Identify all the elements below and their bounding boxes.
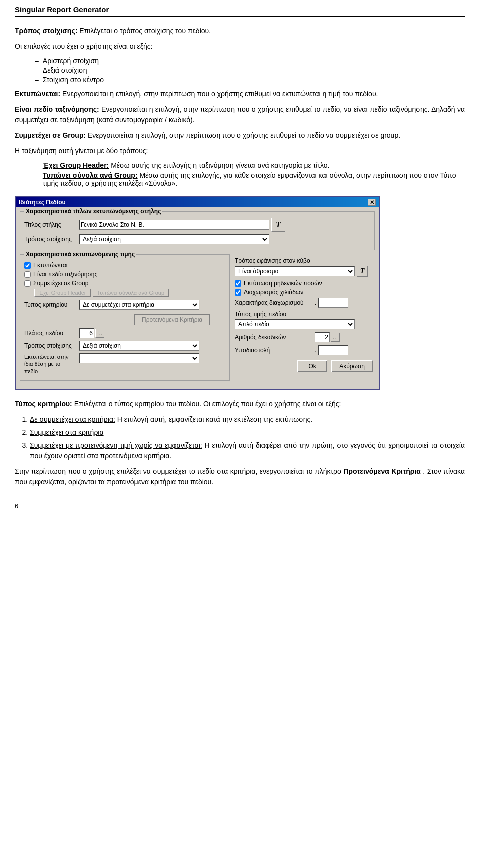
display-type-select[interactable]: Είναι άθροισμα bbox=[235, 266, 355, 276]
print-same-label: Εκτυπώνεται στηνίδια θέση με τοπεδίο bbox=[24, 353, 80, 375]
print-same-row: Εκτυπώνεται στηνίδια θέση με τοπεδίο bbox=[24, 353, 226, 375]
align2-row: Τρόπος στοίχισης Δεξιά στοίχιση bbox=[24, 341, 226, 351]
page-number: 6 bbox=[15, 502, 465, 510]
checkbox-ektyp: Εκτυπώνεται bbox=[24, 262, 226, 269]
alignment-label: Τρόπος στοίχισης bbox=[24, 236, 80, 243]
checkbox-group: Συμμετέχει σε Group bbox=[24, 280, 226, 287]
field-type-label: Τύπος τιμής πεδίου bbox=[235, 311, 286, 318]
dialog-titlebar: Ιδιότητες Πεδίου ✕ bbox=[16, 197, 379, 207]
decimals-dots-button[interactable]: … bbox=[331, 333, 340, 342]
display-type-label: Τρόπος εφάνισης στον κύβο bbox=[235, 257, 310, 264]
criterion-item-2: Συμμετέχει στα κριτήρια bbox=[30, 427, 465, 438]
field-properties-dialog: Ιδιότητες Πεδίου ✕ Χαρακτηριστικά τίτλων… bbox=[15, 196, 380, 390]
final-paragraph: Στην περίπτωση που ο χρήστης επιλέξει να… bbox=[15, 466, 465, 487]
values-characteristics-section: Χαρακτηριστικά εκτυπωνόμενης τιμής Εκτυπ… bbox=[20, 254, 230, 381]
taxinomisi-section: Είναι πεδίο ταξινόμησης: Ενεργοποιείται … bbox=[15, 104, 465, 125]
title-format-icon[interactable]: T bbox=[272, 218, 286, 232]
checkbox-zero-amounts: Εκτύπωση μηδενικών ποσών bbox=[235, 280, 375, 287]
field-type-select[interactable]: Απλό πεδίο bbox=[235, 319, 355, 329]
field-type-row: Τύπος τιμής πεδίου Απλό πεδίο bbox=[235, 311, 375, 329]
options-list: – Αριστερή στοίχιση – Δεξιά στοίχιση – Σ… bbox=[35, 57, 465, 84]
decimal-sep-label: Υποδιαστολή bbox=[235, 347, 315, 354]
ok-button[interactable]: Ok bbox=[298, 360, 328, 372]
taxinomisi-checkbox[interactable] bbox=[24, 271, 31, 278]
dialog-two-col: Χαρακτηριστικά εκτυπωνόμενης τιμής Εκτυπ… bbox=[20, 254, 375, 385]
checkbox-thousands: Διαχωρισμός χιλιάδων bbox=[235, 289, 375, 296]
promo-button[interactable]: Προτεινόμενα Κριτήρια bbox=[134, 314, 210, 325]
group-checkbox[interactable] bbox=[24, 280, 31, 287]
ektyp-checkbox-label: Εκτυπώνεται bbox=[34, 262, 68, 269]
alignment-section: Τρόπος στοίχισης: Επιλέγεται ο τρόπος στ… bbox=[15, 26, 465, 36]
criterion-item-3: Συμμετέχει με προτεινόμενη τιμή χωρίς να… bbox=[30, 440, 465, 461]
decimals-label: Αριθμός δεκαδικών bbox=[235, 334, 315, 341]
separator-dot: . bbox=[315, 299, 316, 306]
title-label: Τίτλος στήλης bbox=[24, 221, 80, 228]
group-totals-button[interactable]: Τυπώνει σύνολα ανά Group bbox=[93, 289, 170, 297]
header-characteristics-section: Χαρακτηριστικά τίτλων εκτυπωνόμενης στήλ… bbox=[20, 211, 375, 250]
dialog-title: Ιδιότητες Πεδίου bbox=[19, 199, 66, 206]
criterion-row: Τύπος κριτηρίου Δε συμμετέχει στα κριτήρ… bbox=[24, 300, 226, 310]
align2-label: Τρόπος στοίχισης bbox=[24, 342, 80, 349]
group-opt-1: – Έχει Group Header: Μέσω αυτής της επιλ… bbox=[35, 161, 465, 169]
group-section: Συμμετέχει σε Group: Ενεργοποιείται η επ… bbox=[15, 130, 465, 141]
options-intro: Οι επιλογές που έχει ο χρήστης είναι οι … bbox=[15, 41, 465, 52]
group-opts-list: – Έχει Group Header: Μέσω αυτής της επιλ… bbox=[35, 161, 465, 187]
title-row: Τίτλος στήλης T bbox=[24, 218, 370, 232]
separator-input[interactable] bbox=[318, 298, 348, 308]
criterion-bottom-section: Τύπος κριτηρίου: Επιλέγεται ο τύπος κριτ… bbox=[15, 399, 465, 409]
right-col-content: Τρόπος εφάνισης στον κύβο Είναι άθροισμα… bbox=[235, 254, 375, 375]
dialog-overlay: Ιδιότητες Πεδίου ✕ Χαρακτηριστικά τίτλων… bbox=[15, 196, 465, 390]
group-note: Η ταξινόμηση αυτή γίνεται με δύο τρόπους… bbox=[15, 146, 465, 156]
cancel-button[interactable]: Ακύρωση bbox=[332, 360, 373, 372]
app-title: Singular Report Generator bbox=[15, 5, 465, 17]
header-section-title: Χαρακτηριστικά τίτλων εκτυπωνόμενης στήλ… bbox=[24, 208, 162, 215]
ektyp-checkbox[interactable] bbox=[24, 262, 31, 269]
dialog-close-button[interactable]: ✕ bbox=[368, 199, 376, 206]
criterion-item-1: Δε συμμετέχει στα κριτήρια: Η επιλογή αυ… bbox=[30, 414, 465, 425]
criterion-items-list: Δε συμμετέχει στα κριτήρια: Η επιλογή αυ… bbox=[30, 414, 465, 461]
dialog-right-col: Τρόπος εφάνισης στον κύβο Είναι άθροισμα… bbox=[235, 254, 375, 385]
width-display: 6 bbox=[80, 328, 94, 338]
alignment-text: Επιλέγεται ο τρόπος στοίχισης του πεδίου… bbox=[80, 27, 211, 35]
group-buttons-row: Έχει Group Header Τυπώνει σύνολα ανά Gro… bbox=[34, 289, 226, 297]
checkbox-taxinomisi: Είναι πεδίο ταξινόμησης bbox=[24, 271, 226, 278]
display-type-row: Τρόπος εφάνισης στον κύβο Είναι άθροισμα… bbox=[235, 257, 375, 277]
option-2: – Δεξιά στοίχιση bbox=[35, 66, 465, 74]
group-opt-2: – Τυπώνει σύνολα ανά Group: Μέσω αυτής τ… bbox=[35, 171, 465, 187]
width-row: Πλάτος πεδίου 6 … bbox=[24, 328, 226, 338]
width-dots-button[interactable]: … bbox=[96, 329, 104, 338]
zero-amounts-label: Εκτύπωση μηδενικών ποσών bbox=[244, 280, 322, 287]
separator-label: Χαρακτήρας διαχωρισμού bbox=[235, 299, 315, 306]
thousands-checkbox[interactable] bbox=[235, 289, 242, 296]
dialog-bottom-buttons: Ok Ακύρωση bbox=[235, 360, 375, 372]
separator-row: Χαρακτήρας διαχωρισμού . bbox=[235, 298, 375, 308]
title-input[interactable] bbox=[80, 220, 270, 230]
ektyp-section: Εκτυπώνεται: Ενεργοποιείται η επιλογή, σ… bbox=[15, 89, 465, 99]
print-same-select[interactable] bbox=[80, 353, 200, 363]
decimal-sep-dot: . bbox=[315, 347, 316, 354]
zero-amounts-checkbox[interactable] bbox=[235, 280, 242, 287]
promo-btn-row: Προτεινόμενα Κριτήρια bbox=[80, 312, 226, 325]
group-checkbox-label: Συμμετέχει σε Group bbox=[34, 280, 88, 287]
decimals-row: Αριθμός δεκαδικών 2 … bbox=[235, 332, 375, 342]
width-label: Πλάτος πεδίου bbox=[24, 330, 80, 337]
values-section-title: Χαρακτηριστικά εκτυπωνόμενης τιμής bbox=[24, 251, 136, 258]
alignment-row: Τρόπος στοίχισης Δεξιά στοίχιση bbox=[24, 234, 370, 244]
thousands-label: Διαχωρισμός χιλιάδων bbox=[244, 289, 304, 296]
dialog-left-col: Χαρακτηριστικά εκτυπωνόμενης τιμής Εκτυπ… bbox=[20, 254, 230, 385]
criterion-label: Τύπος κριτηρίου bbox=[24, 301, 80, 308]
alignment-select[interactable]: Δεξιά στοίχιση bbox=[80, 234, 270, 244]
decimal-sep-row: Υποδιαστολή . bbox=[235, 345, 375, 355]
alignment-heading: Τρόπος στοίχισης: bbox=[15, 27, 78, 35]
criterion-select[interactable]: Δε συμμετέχει στα κριτήρια bbox=[80, 300, 200, 310]
dialog-body: Χαρακτηριστικά τίτλων εκτυπωνόμενης στήλ… bbox=[16, 207, 379, 389]
decimal-sep-input[interactable] bbox=[318, 345, 348, 355]
display-type-format-icon[interactable]: T bbox=[357, 266, 368, 277]
taxinomisi-checkbox-label: Είναι πεδίο ταξινόμησης bbox=[34, 271, 98, 278]
option-3: – Στοίχιση στο κέντρο bbox=[35, 76, 465, 84]
decimals-display: 2 bbox=[315, 332, 330, 342]
group-header-button[interactable]: Έχει Group Header bbox=[34, 289, 91, 297]
right-checkboxes: Εκτύπωση μηδενικών ποσών Διαχωρισμός χιλ… bbox=[235, 280, 375, 296]
option-1: – Αριστερή στοίχιση bbox=[35, 57, 465, 65]
align2-select[interactable]: Δεξιά στοίχιση bbox=[80, 341, 200, 351]
